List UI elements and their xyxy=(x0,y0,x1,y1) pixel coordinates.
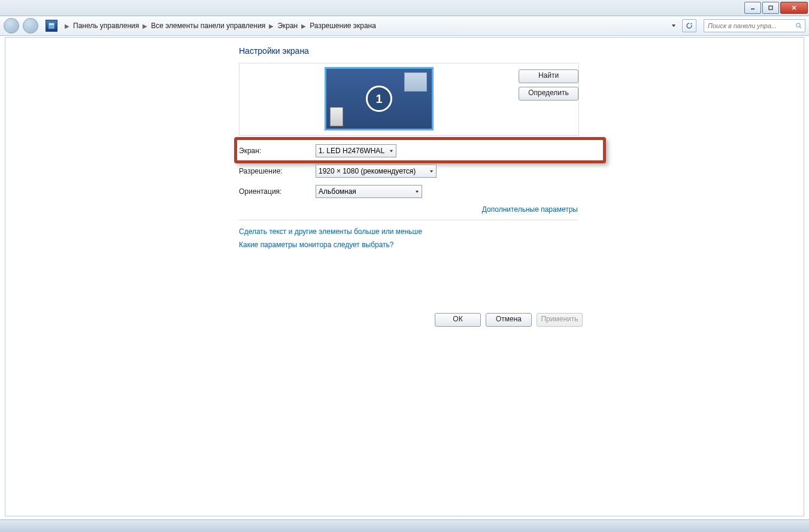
screen-label: Экран: xyxy=(239,147,316,155)
breadcrumb-item[interactable]: Все элементы панели управления xyxy=(151,22,265,30)
ok-button[interactable]: ОК xyxy=(435,313,481,327)
breadcrumb-item[interactable]: Экран xyxy=(277,22,298,30)
search-input[interactable] xyxy=(707,22,795,30)
nav-forward-button[interactable] xyxy=(23,18,38,34)
dialog-footer: ОК Отмена Применить xyxy=(244,313,583,327)
svg-marker-12 xyxy=(416,190,419,193)
chevron-right-icon: ▶ xyxy=(65,23,69,29)
orientation-label: Ориентация: xyxy=(239,187,316,196)
svg-marker-6 xyxy=(672,25,675,27)
minimize-button[interactable] xyxy=(744,2,761,14)
preview-taskbar-icon xyxy=(330,107,343,126)
chevron-right-icon: ▶ xyxy=(269,23,274,29)
screen-select[interactable]: 1. LED H2476WHAL xyxy=(316,144,396,157)
resolution-row: Разрешение: 1920 × 1080 (рекомендуется) xyxy=(239,165,792,178)
monitor-preview-section: 1 Найти Определить xyxy=(239,63,579,136)
page-title: Настройки экрана xyxy=(239,46,792,56)
monitor-number: 1 xyxy=(366,86,392,112)
orientation-select-value: Альбомная xyxy=(319,187,356,196)
display-settings-page: Настройки экрана 1 Найти Определить Экра… xyxy=(239,46,792,254)
text-size-link[interactable]: Сделать текст и другие элементы больше и… xyxy=(239,227,422,236)
chevron-down-icon xyxy=(415,190,419,194)
svg-marker-7 xyxy=(690,23,692,25)
resolution-label: Разрешение: xyxy=(239,167,316,175)
svg-marker-10 xyxy=(390,150,393,152)
chevron-right-icon: ▶ xyxy=(301,23,306,29)
resolution-select-value: 1920 × 1080 (рекомендуется) xyxy=(319,167,416,175)
advanced-settings-link[interactable]: Дополнительные параметры xyxy=(482,205,578,214)
preview-window-icon xyxy=(404,72,427,92)
refresh-button[interactable] xyxy=(682,19,696,32)
which-monitor-link[interactable]: Какие параметры монитора следует выбрать… xyxy=(239,241,394,249)
resolution-select[interactable]: 1920 × 1080 (рекомендуется) xyxy=(316,165,437,178)
taskbar xyxy=(0,519,809,532)
maximize-button[interactable] xyxy=(762,2,779,14)
cancel-button[interactable]: Отмена xyxy=(486,313,532,327)
orientation-row: Ориентация: Альбомная xyxy=(239,185,792,198)
content-area: Настройки экрана 1 Найти Определить Экра… xyxy=(5,37,804,516)
screen-row: Экран: 1. LED H2476WHAL xyxy=(239,144,792,157)
search-icon xyxy=(795,22,802,29)
nav-back-button[interactable] xyxy=(4,18,19,34)
taskbar-icon[interactable] xyxy=(5,521,26,531)
find-button[interactable]: Найти xyxy=(519,69,578,83)
chevron-right-icon: ▶ xyxy=(143,23,147,29)
svg-rect-5 xyxy=(49,23,54,25)
divider xyxy=(239,220,578,220)
close-button[interactable] xyxy=(780,2,808,14)
identify-button[interactable]: Определить xyxy=(519,87,578,101)
search-box[interactable] xyxy=(704,19,805,32)
advanced-link-row: Дополнительные параметры xyxy=(239,205,578,214)
svg-point-8 xyxy=(796,23,800,27)
orientation-select[interactable]: Альбомная xyxy=(316,185,422,198)
breadcrumb: ▶ Панель управления ▶ Все элементы панел… xyxy=(61,22,376,30)
control-panel-icon xyxy=(46,20,57,32)
chevron-down-icon xyxy=(389,149,393,153)
screen-select-value: 1. LED H2476WHAL xyxy=(319,147,384,155)
breadcrumb-item[interactable]: Разрешение экрана xyxy=(310,22,376,30)
apply-button: Применить xyxy=(537,313,583,327)
breadcrumb-dropdown-icon[interactable] xyxy=(671,22,676,30)
navigation-bar: ▶ Панель управления ▶ Все элементы панел… xyxy=(0,16,809,36)
window-titlebar xyxy=(0,0,809,16)
svg-rect-1 xyxy=(769,6,772,10)
monitor-preview[interactable]: 1 xyxy=(325,67,434,130)
svg-marker-11 xyxy=(430,170,433,172)
breadcrumb-item[interactable]: Панель управления xyxy=(73,22,139,30)
svg-line-9 xyxy=(800,27,802,29)
chevron-down-icon xyxy=(429,169,434,174)
